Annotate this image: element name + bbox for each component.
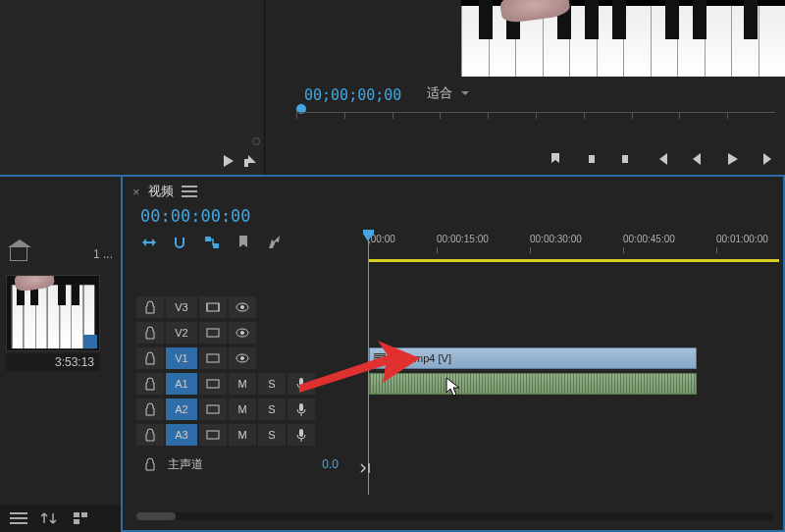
bin-icon[interactable] (10, 247, 27, 261)
step-forward-icon[interactable] (759, 151, 775, 167)
lock-toggle[interactable] (136, 322, 164, 344)
track-label[interactable]: V1 (166, 347, 197, 369)
go-to-in-icon[interactable] (654, 151, 669, 167)
play-only-icon[interactable] (221, 153, 236, 169)
master-label: 主声道 (168, 456, 203, 473)
track-output[interactable] (229, 347, 256, 369)
track-output[interactable] (229, 322, 256, 344)
svg-rect-19 (299, 429, 303, 437)
timeline-timecode[interactable]: 00:00:00:00 (140, 206, 251, 226)
timeline-ruler[interactable]: ;00:00 00:00:15:00 00:00:30:00 00:00:45:… (368, 234, 779, 261)
svg-rect-15 (299, 378, 303, 386)
lock-toggle[interactable] (136, 424, 164, 446)
mute-toggle[interactable]: M (229, 373, 256, 395)
mark-out-icon[interactable] (618, 151, 634, 167)
svg-rect-1 (81, 512, 87, 517)
svg-point-13 (240, 356, 244, 360)
clip-duration: 3:53:13 (6, 353, 100, 371)
monitor-scrollbar[interactable] (252, 4, 260, 145)
eye-icon (236, 326, 249, 340)
sort-icon[interactable] (41, 511, 59, 525)
source-monitor (0, 0, 265, 175)
track-header-v1: V1 (136, 346, 358, 371)
filmstrip-icon (206, 300, 220, 314)
source-patch[interactable] (199, 296, 227, 318)
program-timecode[interactable]: 00;00;00;00 (304, 86, 401, 104)
nest-sequence-icon[interactable] (140, 234, 158, 251)
settings-icon[interactable] (266, 234, 284, 251)
audio-clip[interactable] (369, 373, 697, 395)
filmstrip-icon (206, 428, 220, 442)
project-view-options (0, 505, 121, 532)
source-patch[interactable] (199, 373, 227, 395)
solo-toggle[interactable]: S (258, 373, 286, 395)
program-ruler[interactable] (296, 112, 775, 126)
track-headers: V3 V2 V1 A1 M S A2 (136, 294, 358, 477)
eye-icon (236, 351, 249, 365)
filmstrip-icon (206, 377, 220, 391)
track-v1-row[interactable]: 视频.mp4 [V] (368, 346, 779, 371)
mark-in-icon[interactable] (583, 151, 599, 167)
filmstrip-icon (206, 402, 220, 416)
source-patch[interactable] (199, 424, 227, 446)
lock-icon (143, 326, 157, 340)
work-area-bar[interactable] (368, 259, 779, 262)
collapse-icon[interactable] (358, 461, 372, 475)
svg-rect-17 (299, 403, 303, 411)
list-view-icon[interactable] (10, 511, 27, 525)
mic-icon (294, 402, 308, 416)
sequence-tab[interactable]: × 视频 (132, 183, 197, 200)
source-patch[interactable] (199, 322, 227, 344)
add-marker-icon[interactable] (548, 151, 563, 167)
freeform-view-icon[interactable] (73, 511, 90, 525)
mic-icon (294, 377, 308, 391)
svg-rect-11 (207, 354, 219, 362)
voice-over[interactable] (288, 373, 315, 395)
master-value[interactable]: 0.0 (322, 457, 339, 471)
svg-rect-0 (74, 512, 79, 517)
svg-rect-14 (207, 380, 219, 388)
mute-toggle[interactable]: M (229, 399, 256, 420)
track-label[interactable]: A1 (166, 373, 197, 395)
solo-toggle[interactable]: S (258, 399, 286, 420)
track-header-a1: A1 M S (136, 371, 358, 397)
mute-toggle[interactable]: M (229, 424, 256, 446)
track-header-v3: V3 (136, 294, 358, 320)
track-label[interactable]: V2 (166, 322, 197, 344)
svg-point-7 (240, 305, 244, 309)
step-back-icon[interactable] (689, 151, 705, 167)
marker-icon[interactable] (235, 234, 252, 251)
source-patch[interactable] (199, 347, 227, 369)
program-preview (461, 0, 785, 77)
close-tab-icon[interactable]: × (132, 185, 140, 199)
solo-toggle[interactable]: S (258, 424, 286, 446)
voice-over[interactable] (288, 399, 315, 420)
video-clip[interactable]: 视频.mp4 [V] (369, 347, 697, 369)
export-frame-icon[interactable] (242, 153, 258, 169)
track-header-a3: A3 M S (136, 422, 358, 448)
timeline-h-scrollbar[interactable] (136, 512, 773, 520)
panel-menu-icon[interactable] (182, 186, 197, 197)
track-label[interactable]: A2 (166, 399, 197, 420)
play-icon[interactable] (724, 151, 740, 167)
clip-thumbnail[interactable] (6, 275, 100, 351)
track-label[interactable]: V3 (166, 296, 197, 318)
track-output[interactable] (229, 296, 256, 318)
source-patch[interactable] (199, 399, 227, 420)
tick-label: 00:00:30:00 (530, 234, 582, 244)
zoom-fit-dropdown[interactable]: 适合 (427, 84, 470, 102)
lock-toggle[interactable] (136, 399, 164, 420)
linked-selection-icon[interactable] (203, 234, 221, 251)
lock-toggle[interactable] (136, 347, 164, 369)
track-a1-row[interactable] (368, 371, 779, 397)
lock-icon (143, 351, 157, 365)
snap-icon[interactable] (172, 234, 189, 251)
track-label[interactable]: A3 (166, 424, 197, 446)
master-track: 主声道 0.0 (136, 452, 358, 477)
project-panel: 1 ... 3:53:13 (0, 175, 121, 532)
timeline-tracks[interactable]: 视频.mp4 [V] (368, 294, 779, 448)
lock-icon (143, 402, 157, 416)
voice-over[interactable] (288, 424, 315, 446)
lock-toggle[interactable] (136, 296, 164, 318)
lock-toggle[interactable] (136, 373, 164, 395)
